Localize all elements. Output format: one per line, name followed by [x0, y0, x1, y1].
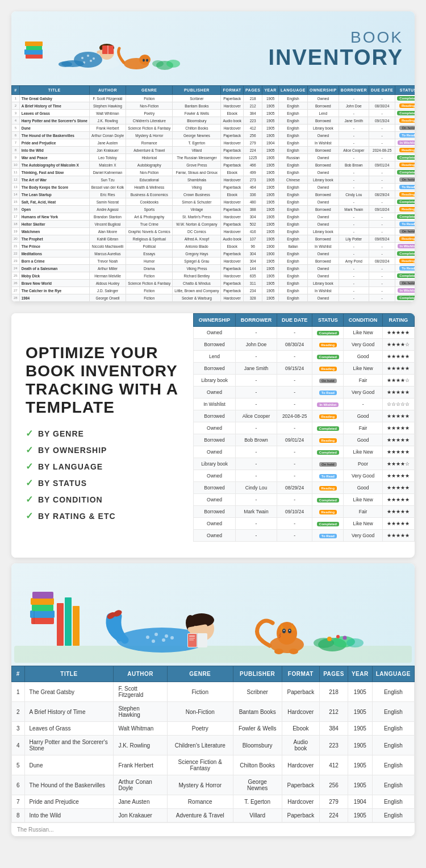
- title-col: Brave New World: [19, 280, 89, 287]
- table-cell: 144: [243, 265, 262, 272]
- table-cell: Owned: [194, 530, 236, 542]
- table-cell: 416: [243, 228, 262, 235]
- table-cell: -: [277, 530, 312, 542]
- row-number: 8: [12, 147, 20, 154]
- table-cell: 1905: [262, 124, 278, 132]
- feature-label: BY OWNERSHIP: [38, 446, 107, 455]
- table-cell: English: [278, 221, 307, 228]
- table-cell: -: [369, 250, 395, 258]
- svg-point-67: [274, 649, 283, 654]
- table-cell: 304: [243, 213, 262, 221]
- table-cell: 09/10/24: [277, 506, 312, 518]
- table-cell: Art & Photography: [126, 213, 173, 221]
- feature-label: BY RATING & ETC: [38, 512, 116, 521]
- table-row: BorrowedAlice Cooper2024-08-25ReadingGoo…: [194, 410, 415, 422]
- title-col: A Brief History of Time: [24, 702, 114, 722]
- status-cell: On hold: [395, 280, 415, 287]
- table-cell: 412: [320, 755, 348, 775]
- table-cell: Like New: [344, 363, 382, 375]
- marketing-title: OPTIMIZE YOUR BOOK INVENTORY TRACKING WI…: [26, 344, 179, 417]
- table-cell: English: [278, 294, 307, 302]
- row-number: 5: [12, 124, 20, 132]
- table-cell: -: [339, 213, 369, 221]
- table-cell: English: [278, 169, 307, 176]
- table-cell: 1905: [262, 169, 278, 176]
- table-cell: 212: [320, 702, 348, 722]
- status-cell: Reading: [395, 102, 415, 110]
- table-cell: Paperback: [221, 250, 244, 258]
- row-number: 10: [12, 161, 20, 169]
- table-cell: 1905: [262, 161, 278, 169]
- table-cell: Jon Krakauer: [114, 809, 167, 823]
- table-cell: -: [339, 287, 369, 294]
- table-cell: Hardcover: [221, 272, 244, 280]
- status-cell: Completed: [395, 250, 415, 258]
- table-cell: -: [339, 95, 369, 102]
- status-cell: To Read: [395, 265, 415, 272]
- table-cell: English: [372, 682, 414, 702]
- status-cell: Reading: [395, 161, 415, 169]
- check-icon: ✓: [26, 461, 34, 472]
- table-cell: English: [278, 198, 307, 206]
- table-row: 8Into the WildJon KrakauerAdventure & Tr…: [12, 809, 415, 823]
- table-cell: 2024-08-25: [277, 410, 312, 422]
- row-number: 2: [12, 102, 20, 110]
- table-cell: 1905: [348, 809, 372, 823]
- table-cell: English: [278, 206, 307, 213]
- table-cell: 1905: [262, 154, 278, 161]
- table-cell: -: [369, 184, 395, 191]
- table-cell: -: [277, 458, 312, 470]
- table-cell: -: [277, 375, 312, 387]
- table-cell: -: [236, 446, 277, 458]
- title-col: Open: [19, 206, 89, 213]
- table-cell: ★★★★★: [382, 363, 414, 375]
- table-cell: -: [369, 139, 395, 147]
- status-cell: Completed: [395, 294, 415, 302]
- table-cell: ★★★★★: [382, 327, 414, 339]
- svg-rect-37: [73, 606, 80, 646]
- table-row: 20The ProphetKahlil GibranReligious & Sp…: [12, 235, 415, 243]
- col-header-pages: PAGES: [243, 86, 262, 95]
- table-cell: Owned: [307, 132, 339, 139]
- table-cell: Hardcover: [282, 702, 320, 722]
- table-cell: English: [278, 110, 307, 117]
- title-col: Dune: [24, 755, 114, 775]
- table-row: 3Leaves of GrassWalt WhitmanPoetryFowler…: [12, 722, 415, 736]
- table-cell: 1905: [348, 722, 372, 736]
- status-cell: In Wishlist: [312, 398, 344, 410]
- book-title-header: BOOK INVENTORY: [268, 28, 403, 68]
- row-number: 18: [12, 221, 20, 228]
- table-row: 26Brave New WorldAldous HuxleyScience Fi…: [12, 280, 415, 287]
- s3-col-language: LANGUAGE: [372, 666, 414, 682]
- table-cell: In Wishlist: [307, 243, 339, 250]
- table-cell: -: [369, 243, 395, 250]
- table-cell: T. Egerton: [233, 795, 282, 809]
- title-col: Moby Dick: [19, 272, 89, 280]
- table-cell: In Wishlist: [307, 287, 339, 294]
- table-cell: 384: [320, 722, 348, 736]
- row-number: 25: [12, 272, 20, 280]
- book-label: BOOK: [268, 28, 403, 47]
- table-cell: Library book: [307, 280, 339, 287]
- status-cell: Completed: [395, 198, 415, 206]
- table-cell: English: [278, 191, 307, 198]
- table-cell: Fiction: [126, 95, 173, 102]
- svg-rect-54: [189, 639, 194, 641]
- table-cell: 223: [243, 117, 262, 124]
- table-cell: 1905: [348, 755, 372, 775]
- table-cell: Paperback: [221, 206, 244, 213]
- table-cell: -: [236, 422, 277, 434]
- table-cell: -: [339, 124, 369, 132]
- title-col: The Lean Startup: [19, 191, 89, 198]
- table-cell: Amy Pond: [339, 258, 369, 265]
- table-cell: Good: [344, 351, 382, 363]
- table-cell: English: [278, 287, 307, 294]
- table-cell: Borrowed: [307, 161, 339, 169]
- table-cell: English: [278, 228, 307, 235]
- table-cell: 09/01/24: [277, 434, 312, 446]
- table-cell: Alice Cooper: [236, 410, 277, 422]
- row-number: 17: [12, 213, 20, 221]
- col-header-status: STATUS: [395, 86, 415, 95]
- table-cell: Alan Moore: [89, 228, 126, 235]
- table-cell: Alice Cooper: [339, 147, 369, 154]
